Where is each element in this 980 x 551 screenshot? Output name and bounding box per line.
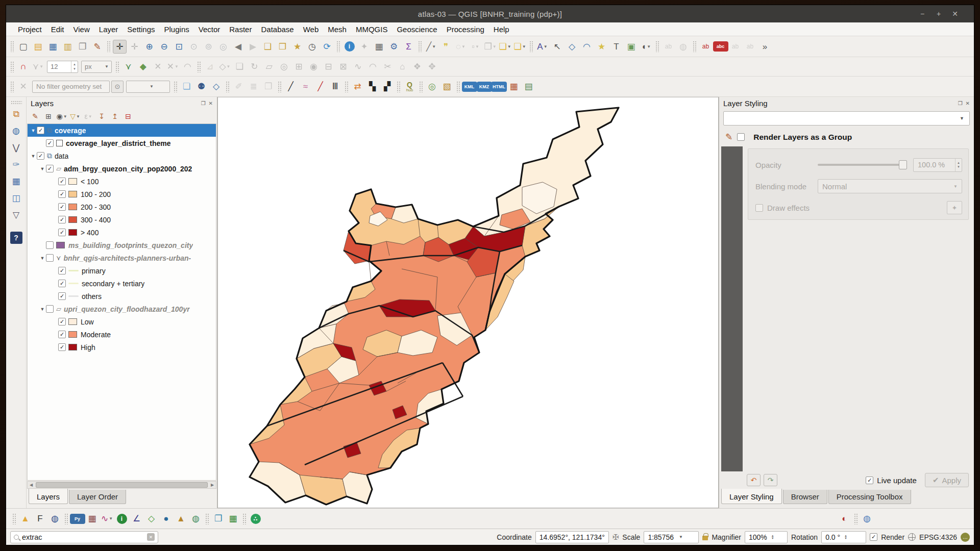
checklist-icon[interactable]: ≣ [247,80,260,93]
layer-row-upri-quezon-city-floodhazard-100yr[interactable]: ▼▱upri_quezon_city_floodhazard_100yr [28,303,216,315]
label-toolbar-icon[interactable]: ab [662,40,675,54]
extents-tracking-icon[interactable]: ✠ [612,533,619,542]
new-print-layout-icon[interactable]: ▥ [61,40,75,54]
layer-visibility-checkbox[interactable]: ✓ [58,331,66,338]
coordinate-input[interactable]: 14.6952°, 121.1734° [535,531,609,543]
add-polygon-feature-icon[interactable]: ◇ [565,40,579,54]
locator-filter-select[interactable]: ▼ [126,81,170,93]
circular-string-icon[interactable]: ◠ [181,60,194,73]
open-attribute-table-icon[interactable]: ▦ [372,40,386,54]
pan-to-selection-icon[interactable]: ✛ [128,40,141,54]
menu-database[interactable]: Database [256,23,298,35]
pin-labels-icon[interactable]: ab [699,40,713,54]
menu-plugins[interactable]: Plugins [160,23,194,35]
spin-down-icon[interactable]: ▼ [844,537,847,540]
zoom-to-area-icon[interactable]: ◌▼ [454,40,468,54]
add-ring-icon[interactable]: ◎ [277,60,291,73]
merge-features-icon[interactable]: ⌂ [396,60,409,73]
apply-button[interactable]: ✔ Apply [925,473,969,487]
toolbar-overflow-icon[interactable]: » [758,40,772,54]
crs-value[interactable]: EPSG:4326 [919,533,957,541]
kml-export-icon[interactable]: KML [462,80,476,93]
globe-earth-icon[interactable]: ● [159,512,173,525]
new-map-layer-icon[interactable]: ❏ [180,80,193,93]
menu-settings[interactable]: Settings [122,23,159,35]
callout-annotation-icon[interactable]: ◖▼ [639,40,653,54]
dsm-prism-icon[interactable]: ▲ [18,512,32,525]
zoom-to-layer-icon[interactable]: ⊚ [202,40,215,54]
data-source-manager-icon[interactable]: ⧉ [9,107,23,121]
map-editor-icon[interactable]: ▧ [440,80,454,93]
redo-style-button[interactable]: ↷ [764,474,777,486]
fill-ring-icon[interactable]: ◉ [307,60,321,73]
notes-tool-icon[interactable]: ▤ [522,80,535,93]
menu-view[interactable]: View [69,23,94,35]
layer-row-adm-brgy-quezon-city-pop2000-202[interactable]: ▼✓▱adm_brgy_quezon_city_pop2000_202 [28,162,216,175]
messages-icon[interactable]: … [961,533,970,542]
clear-search-icon[interactable]: ✕ [147,533,155,541]
python-console-icon[interactable]: Py [70,512,84,525]
multi-line-style-icon[interactable]: ≈ [299,80,312,93]
planet-plugin-icon[interactable]: ◐ [838,512,851,525]
add-star-annotation-icon[interactable]: ★ [595,40,608,54]
menu-raster[interactable]: Raster [225,23,256,35]
identify-plus-icon[interactable]: i [115,512,129,525]
menu-geoscience[interactable]: Geoscience [392,23,442,35]
html-export-icon[interactable]: HTML [492,80,506,93]
show-bookmarks-icon[interactable]: ❒ [276,40,289,54]
snapping-toggle-icon[interactable]: ∩ [16,60,30,73]
layer-row-primary[interactable]: ✓primary [28,264,216,277]
expander-icon[interactable]: ▼ [39,307,46,312]
refresh-map-icon[interactable]: ⟳ [320,40,334,54]
move-label-icon[interactable]: ab [728,40,742,54]
remove-all-snap-icon[interactable]: ✕▼ [166,60,180,73]
hatch-style-icon[interactable]: Ⅲ [328,80,342,93]
zoom-next-icon[interactable]: ▶ [246,40,260,54]
layer-visibility-checkbox[interactable] [46,254,54,262]
rotation-spinbox[interactable]: 0.0 ° ▲▼ [821,531,866,543]
checkerboard-b-icon[interactable]: ▞ [380,80,394,93]
reshape-features-icon[interactable]: ∿ [351,60,365,73]
segment-style-icon[interactable]: ╱ [284,80,298,93]
menu-project[interactable]: Project [13,23,46,35]
manage-map-themes-icon[interactable]: ◉▼ [56,110,68,122]
zoom-last-icon[interactable]: ◀ [231,40,245,54]
label-settings-icon[interactable]: ◍ [676,40,690,54]
identify-features-icon[interactable]: i [342,40,356,54]
search-layers-icon[interactable]: ◎ [425,80,439,93]
zoom-out-icon[interactable]: ⊖ [157,40,171,54]
layer-row-data[interactable]: ▼✓⧉data [28,149,216,162]
add-image-annotation-icon[interactable]: ▣ [624,40,638,54]
filter-by-expression-icon[interactable]: ε▼ [82,110,94,122]
layer-visibility-checkbox[interactable]: ✓ [37,152,44,160]
layer-visibility-checkbox[interactable]: ✓ [58,343,66,351]
paste-features-icon[interactable]: ❏▼ [513,40,527,54]
zoom-full-extent-icon[interactable]: ⊡ [172,40,186,54]
scroll-left-icon[interactable]: ◀ [28,483,35,487]
globe-blue-plugin-icon[interactable]: ◍ [860,512,874,525]
layer-visibility-checkbox[interactable]: ✓ [58,280,66,287]
copy-features-icon[interactable]: ❏▼ [498,40,512,54]
checkerboard-a-icon[interactable]: ▚ [365,80,379,93]
layer-row--400[interactable]: ✓> 400 [28,226,216,239]
opacity-slider-handle[interactable] [899,160,907,169]
layer-visibility-checkbox[interactable] [46,241,54,249]
stream-digitizing-icon[interactable]: ◆ [136,60,150,73]
tab-processing-toolbox[interactable]: Processing Toolbox [828,490,911,504]
filter-legend-icon[interactable]: ▽▼ [69,110,81,122]
layer-visibility-checkbox[interactable]: ✓ [37,127,44,134]
menu-processing[interactable]: Processing [442,23,489,35]
layer-row-100-200[interactable]: ✓100 - 200 [28,188,216,201]
layers-hscrollbar[interactable]: ◀ ▶ [27,481,216,489]
lock-scale-icon[interactable] [702,536,708,540]
layer-visibility-checkbox[interactable]: ✓ [46,165,54,172]
offset-point-symbol-icon[interactable]: ✥ [425,60,439,73]
bookmark-manager-icon[interactable]: ★ [290,40,304,54]
unset-filter-icon[interactable]: ✕ [16,80,30,93]
globe-green-icon[interactable]: ◍ [189,512,203,525]
tab-layer-order[interactable]: Layer Order [69,490,126,504]
tab-layers[interactable]: Layers [29,489,68,504]
remove-layer-icon[interactable]: ⊟ [122,110,134,122]
layer-row--100[interactable]: ✓< 100 [28,175,216,188]
mosaic-tool-icon[interactable]: ▦ [507,80,521,93]
